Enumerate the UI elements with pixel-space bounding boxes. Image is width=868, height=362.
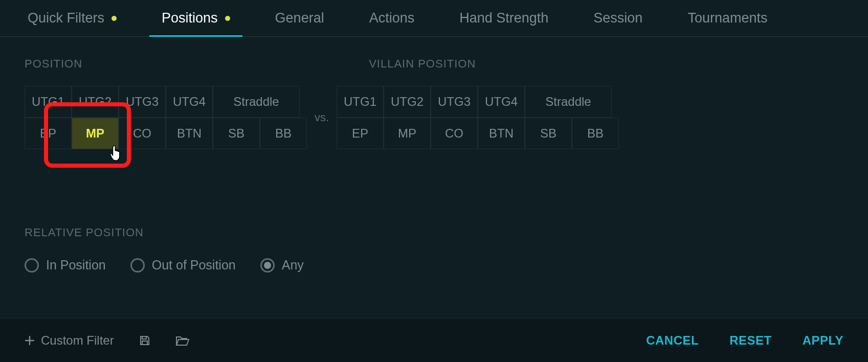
relative-position-heading: RELATIVE POSITION [25, 226, 843, 239]
save-button[interactable] [139, 334, 151, 347]
custom-filter-button[interactable]: Custom Filter [25, 333, 114, 348]
hero-pos-mp[interactable]: MP [72, 118, 119, 149]
villain-pos-utg4[interactable]: UTG4 [478, 86, 525, 118]
tab-hand-strength[interactable]: Hand Strength [437, 0, 571, 36]
tab-session[interactable]: Session [571, 0, 665, 36]
footer-bar: Custom Filter CANCEL RESET APPLY [0, 319, 868, 362]
tab-tournaments[interactable]: Tournaments [665, 0, 790, 36]
position-heading: POSITION [25, 57, 82, 71]
radio-any[interactable]: Any [260, 258, 304, 273]
villain-pos-co[interactable]: CO [431, 118, 478, 149]
cancel-button[interactable]: CANCEL [646, 333, 699, 348]
hero-pos-btn[interactable]: BTN [166, 118, 213, 149]
indicator-dot-icon [225, 16, 230, 21]
tab-label: Session [593, 10, 642, 26]
tab-quick-filters[interactable]: Quick Filters [5, 0, 139, 36]
indicator-dot-icon [112, 16, 117, 21]
open-folder-button[interactable] [175, 335, 190, 346]
tab-positions[interactable]: Positions [139, 0, 253, 36]
tab-bar: Quick Filters Positions General Actions … [0, 0, 868, 37]
tab-label: Tournaments [687, 10, 767, 26]
villain-pos-ep[interactable]: EP [337, 118, 384, 149]
hero-pos-straddle[interactable]: Straddle [213, 86, 300, 118]
relative-position-radios: In Position Out of Position Any [25, 258, 843, 273]
villain-pos-utg3[interactable]: UTG3 [431, 86, 478, 118]
hero-pos-co[interactable]: CO [119, 118, 166, 149]
radio-out-of-position[interactable]: Out of Position [130, 258, 236, 273]
plus-icon [25, 335, 35, 346]
villain-pos-btn[interactable]: BTN [478, 118, 525, 149]
hero-pos-bb[interactable]: BB [260, 118, 307, 149]
radio-label: Any [282, 258, 304, 273]
tab-label: Hand Strength [459, 10, 548, 26]
content-area: POSITION VILLAIN POSITION UTG1UTG2UTG3UT… [0, 37, 868, 273]
villain-pos-sb[interactable]: SB [525, 118, 572, 149]
radio-circle-icon [25, 258, 39, 273]
villain-pos-mp[interactable]: MP [384, 118, 431, 149]
villain-pos-utg1[interactable]: UTG1 [337, 86, 384, 118]
tab-label: Quick Filters [28, 10, 104, 26]
apply-button[interactable]: APPLY [803, 333, 843, 348]
radio-label: In Position [46, 258, 106, 273]
tab-general[interactable]: General [253, 0, 347, 36]
radio-circle-icon [130, 258, 145, 273]
relative-position-section: RELATIVE POSITION In Position Out of Pos… [25, 226, 843, 273]
villain-position-heading: VILLAIN POSITION [369, 57, 476, 71]
position-tables: UTG1UTG2UTG3UTG4StraddleEPMPCOBTNSBBB vs… [25, 86, 843, 149]
hero-pos-utg3[interactable]: UTG3 [119, 86, 166, 118]
folder-open-icon [175, 335, 190, 346]
hero-pos-utg1[interactable]: UTG1 [25, 86, 72, 118]
tab-label: Actions [369, 10, 415, 26]
tab-actions[interactable]: Actions [347, 0, 437, 36]
reset-button[interactable]: RESET [729, 333, 772, 348]
vs-label: vs. [307, 111, 337, 124]
tab-label: Positions [162, 10, 218, 26]
save-icon [139, 334, 151, 347]
villain-pos-utg2[interactable]: UTG2 [384, 86, 431, 118]
hero-position-table: UTG1UTG2UTG3UTG4StraddleEPMPCOBTNSBBB [25, 86, 307, 149]
radio-circle-icon [260, 258, 275, 273]
hero-pos-sb[interactable]: SB [213, 118, 260, 149]
hero-pos-utg4[interactable]: UTG4 [166, 86, 213, 118]
radio-label: Out of Position [152, 258, 236, 273]
custom-filter-label: Custom Filter [41, 333, 114, 348]
villain-position-table: UTG1UTG2UTG3UTG4StraddleEPMPCOBTNSBBB [337, 86, 619, 149]
tab-label: General [275, 10, 324, 26]
villain-pos-bb[interactable]: BB [572, 118, 619, 149]
villain-pos-straddle[interactable]: Straddle [525, 86, 612, 118]
radio-in-position[interactable]: In Position [25, 258, 106, 273]
hero-pos-utg2[interactable]: UTG2 [72, 86, 119, 118]
hero-pos-ep[interactable]: EP [25, 118, 72, 149]
